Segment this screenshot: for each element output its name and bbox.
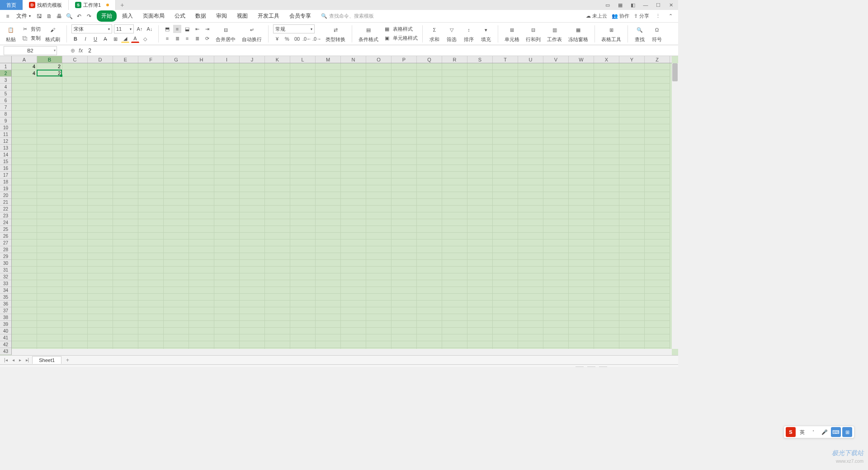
- cell[interactable]: [290, 328, 316, 334]
- cell[interactable]: [265, 226, 290, 233]
- cell[interactable]: [467, 138, 493, 145]
- cell[interactable]: [113, 253, 138, 260]
- cell[interactable]: [290, 111, 316, 118]
- cell[interactable]: [189, 70, 214, 77]
- cell[interactable]: [543, 131, 569, 138]
- cell[interactable]: [645, 63, 670, 70]
- cell[interactable]: [467, 199, 493, 206]
- cell[interactable]: [240, 267, 265, 273]
- cell[interactable]: [518, 145, 543, 151]
- cell[interactable]: [417, 63, 442, 70]
- fill-color-button[interactable]: ◢: [121, 35, 129, 43]
- cell[interactable]: [88, 63, 113, 70]
- cell[interactable]: [543, 287, 569, 294]
- cell[interactable]: [645, 151, 670, 158]
- align-justify-icon[interactable]: ≣: [193, 34, 201, 42]
- cell[interactable]: [518, 212, 543, 219]
- cell[interactable]: [138, 273, 164, 280]
- cell[interactable]: [518, 341, 543, 348]
- lang-icon[interactable]: 中: [567, 366, 572, 367]
- cell[interactable]: [113, 118, 138, 124]
- cell[interactable]: [88, 104, 113, 111]
- cell[interactable]: [645, 280, 670, 287]
- cell[interactable]: [341, 165, 366, 172]
- row-header-1[interactable]: 1: [0, 63, 11, 70]
- cell[interactable]: [366, 267, 392, 273]
- cell[interactable]: [290, 179, 316, 185]
- cell[interactable]: [493, 233, 518, 240]
- cell[interactable]: [37, 165, 62, 172]
- cell[interactable]: [62, 131, 88, 138]
- cell[interactable]: [569, 90, 594, 97]
- cell[interactable]: [518, 219, 543, 226]
- cell[interactable]: [316, 233, 341, 240]
- cell[interactable]: [214, 84, 240, 90]
- cell[interactable]: [316, 280, 341, 287]
- cell[interactable]: [645, 192, 670, 199]
- cell[interactable]: [37, 280, 62, 287]
- cell[interactable]: [164, 124, 189, 131]
- cell[interactable]: [366, 219, 392, 226]
- cell[interactable]: [88, 334, 113, 341]
- cell[interactable]: [88, 70, 113, 77]
- cell[interactable]: [619, 185, 645, 192]
- cell[interactable]: [569, 267, 594, 273]
- cell[interactable]: [290, 158, 316, 165]
- cell[interactable]: [138, 267, 164, 273]
- cell[interactable]: [493, 111, 518, 118]
- cell[interactable]: [645, 233, 670, 240]
- cell[interactable]: [138, 301, 164, 307]
- cell[interactable]: [240, 206, 265, 212]
- cell[interactable]: [164, 185, 189, 192]
- cell[interactable]: [442, 199, 467, 206]
- cell[interactable]: [341, 77, 366, 84]
- cell[interactable]: [543, 219, 569, 226]
- cell[interactable]: [12, 77, 37, 84]
- cell[interactable]: [442, 206, 467, 212]
- row-header-21[interactable]: 21: [0, 199, 11, 206]
- cell[interactable]: [392, 70, 417, 77]
- cell[interactable]: [37, 212, 62, 219]
- cell[interactable]: [164, 131, 189, 138]
- cell[interactable]: [366, 206, 392, 212]
- col-header-H[interactable]: H: [189, 56, 214, 63]
- cell[interactable]: [442, 185, 467, 192]
- cell[interactable]: [88, 260, 113, 267]
- cell[interactable]: [240, 321, 265, 328]
- cell[interactable]: [392, 179, 417, 185]
- cell[interactable]: [290, 131, 316, 138]
- cell[interactable]: [88, 97, 113, 104]
- cell[interactable]: [341, 185, 366, 192]
- cell[interactable]: [12, 301, 37, 307]
- cell[interactable]: [265, 185, 290, 192]
- cell[interactable]: [619, 307, 645, 314]
- cell[interactable]: [214, 294, 240, 301]
- cell[interactable]: [113, 212, 138, 219]
- cell[interactable]: [12, 219, 37, 226]
- cell[interactable]: [138, 287, 164, 294]
- cell[interactable]: [290, 172, 316, 179]
- cell[interactable]: [493, 226, 518, 233]
- cell[interactable]: [341, 287, 366, 294]
- cell[interactable]: [417, 138, 442, 145]
- cell[interactable]: [12, 240, 37, 246]
- cell[interactable]: [265, 131, 290, 138]
- cell[interactable]: [392, 240, 417, 246]
- cell[interactable]: [138, 280, 164, 287]
- cell[interactable]: [467, 246, 493, 253]
- cell[interactable]: [240, 185, 265, 192]
- cell[interactable]: [265, 165, 290, 172]
- cell[interactable]: [493, 206, 518, 212]
- cell[interactable]: [569, 206, 594, 212]
- row-header-15[interactable]: 15: [0, 158, 11, 165]
- cell[interactable]: [37, 124, 62, 131]
- cell[interactable]: [290, 90, 316, 97]
- cut-button[interactable]: ✂剪切: [21, 25, 41, 33]
- cell[interactable]: [543, 253, 569, 260]
- cell[interactable]: [316, 90, 341, 97]
- cell[interactable]: [12, 97, 37, 104]
- row-header-2[interactable]: 2: [0, 70, 11, 77]
- cell[interactable]: [417, 260, 442, 267]
- cell[interactable]: [138, 192, 164, 199]
- menutab-review[interactable]: 审阅: [212, 10, 231, 22]
